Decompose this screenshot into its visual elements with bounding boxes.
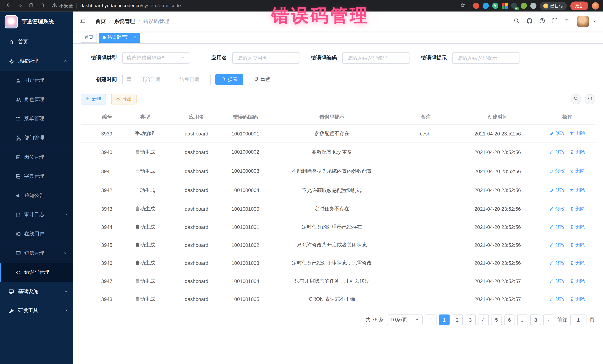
browser-profile-avatar[interactable] bbox=[592, 2, 599, 9]
reload-button[interactable] bbox=[26, 1, 35, 10]
error-code-type-select[interactable]: 请选择错误码类型 bbox=[122, 52, 190, 64]
extension-blue-drop-icon[interactable] bbox=[482, 3, 488, 9]
breadcrumb-item-system[interactable]: 系统管理 bbox=[114, 18, 135, 25]
pager-page-5[interactable]: 5 bbox=[491, 315, 502, 325]
page-size-select[interactable]: 10条/页 bbox=[387, 315, 423, 325]
cell-id: 3945 bbox=[81, 236, 119, 254]
fullscreen-button[interactable] bbox=[552, 18, 558, 25]
delete-link[interactable]: 删除 bbox=[570, 224, 585, 230]
user-icon bbox=[15, 77, 21, 83]
sidebar-item-user-management[interactable]: 用户管理 bbox=[0, 71, 73, 90]
home-button[interactable] bbox=[37, 1, 46, 10]
docs-help-button[interactable] bbox=[539, 18, 545, 25]
tag-close-icon[interactable]: × bbox=[133, 35, 136, 40]
tag-view-home[interactable]: 首页 bbox=[81, 33, 97, 43]
github-link[interactable] bbox=[526, 17, 533, 26]
avatar-caret-down-icon[interactable] bbox=[592, 18, 596, 25]
edit-link[interactable]: 修改 bbox=[550, 260, 565, 266]
font-size-button[interactable] bbox=[565, 18, 571, 25]
delete-link[interactable]: 删除 bbox=[570, 168, 585, 174]
sidebar-item-dev-tools[interactable]: 研发工具 bbox=[0, 301, 73, 320]
edit-link[interactable]: 修改 bbox=[550, 242, 565, 248]
url-bar[interactable]: dashboard.yudao.iocoder.cn/system/error-… bbox=[80, 3, 181, 9]
cell-operations: 修改删除 bbox=[539, 181, 595, 200]
pager-ellipsis[interactable]: ... bbox=[517, 315, 528, 325]
edit-link[interactable]: 修改 bbox=[550, 206, 565, 212]
cell-type: 自动生成 bbox=[119, 290, 171, 308]
error-hint-input[interactable] bbox=[456, 55, 516, 61]
create-time-range-picker[interactable]: 开始日期 - 结束日期 bbox=[122, 74, 211, 85]
edit-link[interactable]: 修改 bbox=[550, 278, 565, 284]
delete-link[interactable]: 删除 bbox=[570, 206, 585, 212]
export-button[interactable]: 导出 bbox=[111, 94, 137, 104]
extension-dark-on-icon[interactable]: on bbox=[511, 3, 517, 9]
extension-color-grid-icon[interactable] bbox=[502, 3, 508, 9]
forward-button[interactable] bbox=[15, 1, 24, 10]
pager-page-1[interactable]: 1 bbox=[439, 315, 450, 325]
table-row: 3943自动生成dashboard1001001000定时任务不存在2021-0… bbox=[81, 200, 595, 218]
pager-page-8[interactable]: 8 bbox=[530, 315, 541, 325]
delete-link[interactable]: 删除 bbox=[570, 187, 585, 194]
extension-red-dot-icon[interactable] bbox=[473, 3, 479, 9]
delete-link[interactable]: 删除 bbox=[570, 130, 585, 137]
edit-link[interactable]: 修改 bbox=[550, 130, 565, 137]
security-indicator[interactable]: 不安全 bbox=[52, 2, 73, 9]
sidebar-item-audit-log[interactable]: 审计日志 bbox=[0, 205, 73, 224]
pager-prev-button[interactable] bbox=[426, 315, 436, 325]
delete-link-label: 删除 bbox=[575, 260, 585, 266]
edit-icon bbox=[550, 150, 554, 154]
sidebar-item-post-management[interactable]: 岗位管理 bbox=[0, 147, 73, 167]
app-name-input[interactable] bbox=[237, 55, 296, 61]
sidebar-item-dict-management[interactable]: 字典管理 bbox=[0, 167, 73, 186]
sidebar-collapse-button[interactable] bbox=[80, 17, 86, 26]
toggle-search-button[interactable] bbox=[571, 94, 581, 104]
cell-id: 3940 bbox=[81, 143, 119, 162]
sidebar-item-online-users[interactable]: 在线用户 bbox=[0, 224, 73, 243]
cell-operations: 修改删除 bbox=[539, 200, 595, 218]
paused-badge[interactable]: 已暂停 bbox=[540, 2, 567, 10]
breadcrumb-item-home[interactable]: 首页 bbox=[95, 18, 106, 25]
edit-link[interactable]: 修改 bbox=[550, 224, 565, 230]
pager-next-button[interactable] bbox=[544, 315, 554, 325]
megaphone-icon bbox=[15, 193, 21, 198]
extension-vue-devtools-icon[interactable]: V bbox=[492, 3, 498, 9]
goto-page-input[interactable] bbox=[570, 315, 587, 325]
delete-link[interactable]: 删除 bbox=[570, 296, 585, 302]
delete-link[interactable]: 删除 bbox=[570, 260, 585, 266]
cell-error-hint: CRON 表达式不正确 bbox=[268, 290, 395, 308]
sidebar-item-menu-management[interactable]: 菜单管理 bbox=[0, 109, 73, 128]
edit-link[interactable]: 修改 bbox=[550, 187, 565, 194]
extension-pin-icon[interactable] bbox=[530, 3, 536, 9]
edit-link[interactable]: 修改 bbox=[550, 168, 565, 174]
edit-link[interactable]: 修改 bbox=[550, 149, 565, 155]
sidebar-item-infrastructure[interactable]: 基础设施 bbox=[0, 282, 73, 301]
pager-page-4[interactable]: 4 bbox=[478, 315, 489, 325]
delete-link[interactable]: 删除 bbox=[570, 278, 585, 284]
header-search-button[interactable] bbox=[513, 18, 520, 25]
table-refresh-button[interactable] bbox=[585, 94, 595, 104]
sidebar-item-system-management[interactable]: 系统管理 bbox=[0, 52, 73, 71]
search-button[interactable]: 搜索 bbox=[215, 74, 244, 85]
sidebar-item-role-management[interactable]: 角色管理 bbox=[0, 90, 73, 109]
reset-button[interactable]: 重置 bbox=[249, 74, 275, 85]
extension-green-dot-icon[interactable] bbox=[521, 3, 527, 9]
browser-update-button[interactable]: 更新 bbox=[570, 1, 588, 10]
sidebar-item-error-code-management[interactable]: 错误码管理 bbox=[0, 263, 73, 282]
delete-link[interactable]: 删除 bbox=[570, 149, 585, 155]
sidebar-item-sms-management[interactable]: 短信管理 bbox=[0, 243, 73, 263]
sidebar-item-notice-announcement[interactable]: 通知公告 bbox=[0, 186, 73, 205]
error-code-input[interactable] bbox=[347, 55, 406, 61]
pager-page-6[interactable]: 6 bbox=[504, 315, 515, 325]
user-avatar[interactable] bbox=[577, 16, 589, 27]
sidebar-item-dept-management[interactable]: 部门管理 bbox=[0, 128, 73, 147]
sidebar-logo[interactable]: 芋道管理系统 bbox=[0, 11, 73, 32]
edit-link[interactable]: 修改 bbox=[550, 296, 565, 302]
add-button[interactable]: 新增 bbox=[81, 94, 106, 104]
pager-page-2[interactable]: 2 bbox=[452, 315, 463, 325]
tag-view-error-code-management[interactable]: 错误码管理× bbox=[99, 33, 140, 43]
back-button[interactable] bbox=[4, 1, 13, 10]
delete-link[interactable]: 删除 bbox=[570, 242, 585, 248]
bookmark-star-button[interactable] bbox=[458, 1, 468, 10]
pager-page-3[interactable]: 3 bbox=[465, 315, 476, 325]
sidebar-item-home[interactable]: 首页 bbox=[0, 32, 73, 52]
